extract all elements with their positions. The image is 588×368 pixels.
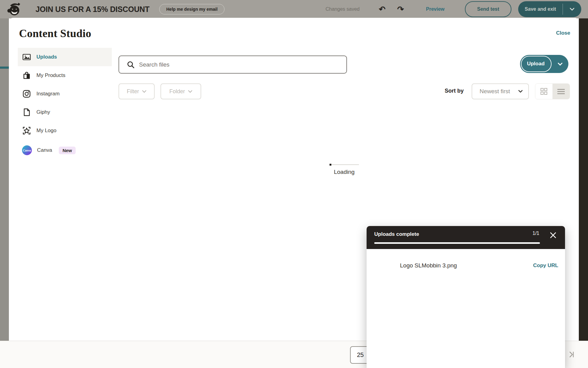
preview-button[interactable]: Preview	[426, 0, 444, 18]
editor-canvas-strip	[0, 18, 9, 341]
uploaded-file-name: Logo SLMobbin 3.png	[400, 262, 457, 269]
folder-dropdown[interactable]: Folder	[160, 83, 201, 99]
chevron-down-icon[interactable]	[552, 55, 568, 73]
sidebar-item-giphy[interactable]: Giphy	[18, 103, 112, 121]
canva-logo-icon: Canva	[22, 145, 32, 155]
undo-icon[interactable]: ↶	[377, 4, 387, 15]
copy-url-link[interactable]: Copy URL	[533, 263, 558, 269]
loading-progress-value	[330, 164, 331, 166]
sort-by-label: Sort by	[445, 88, 464, 94]
last-page-icon[interactable]	[565, 348, 578, 361]
chevron-down-icon	[142, 90, 146, 93]
close-modal-button[interactable]: Close	[556, 30, 570, 36]
view-toggle	[535, 83, 570, 99]
sort-order-value: Newest first	[480, 88, 510, 95]
upload-split-button: Upload	[520, 55, 568, 73]
loading-indicator: Loading	[330, 164, 359, 175]
sidebar-item-label: My Logo	[36, 128, 56, 134]
toast-progress-bar	[374, 242, 540, 244]
uploads-toast-header: Uploads complete 1/1	[367, 226, 565, 249]
uploads-toast-body: Logo SLMobbin 3.png Copy URL	[367, 249, 565, 368]
filter-dropdown[interactable]: Filter	[119, 83, 155, 99]
chevron-down-icon[interactable]	[563, 1, 581, 17]
toast-count: 1/1	[533, 231, 539, 236]
chevron-down-icon	[518, 90, 523, 93]
uploads-toast: Uploads complete 1/1 Logo SLMobbin 3.png…	[367, 226, 565, 368]
screen: JOIN US FOR A 15% DISCOUNT Help me desig…	[0, 0, 588, 368]
sidebar-item-label: Giphy	[36, 109, 50, 115]
save-and-exit-label: Save and exit	[518, 1, 563, 17]
file-icon	[22, 108, 31, 117]
search-files-box	[119, 56, 347, 74]
editor-selection-indicator	[0, 67, 9, 69]
sidebar-item-my-logo[interactable]: My Logo	[18, 121, 112, 140]
sort-order-dropdown[interactable]: Newest first	[472, 83, 529, 99]
sidebar-item-canva[interactable]: Canva Canva New	[18, 141, 112, 159]
search-input[interactable]	[139, 61, 346, 68]
save-and-exit-button[interactable]: Save and exit	[518, 1, 581, 17]
sidebar-item-uploads[interactable]: Uploads	[18, 48, 112, 66]
send-test-button[interactable]: Send test	[465, 1, 511, 17]
image-icon	[22, 52, 31, 62]
modal-title: Content Studio	[19, 27, 91, 40]
folder-dropdown-label: Folder	[169, 88, 185, 95]
sidebar-item-instagram[interactable]: Instagram	[18, 85, 112, 103]
toast-title: Uploads complete	[374, 231, 419, 237]
shopping-bag-icon	[22, 71, 31, 80]
redo-icon[interactable]: ↷	[395, 4, 406, 15]
search-icon	[127, 61, 135, 69]
sidebar-item-label: My Products	[36, 72, 65, 79]
changes-saved-status: Changes saved	[326, 0, 360, 18]
filter-dropdown-label: Filter	[127, 88, 139, 95]
help-design-button[interactable]: Help me design my email	[159, 4, 224, 14]
grid-view-icon[interactable]	[535, 84, 552, 99]
editor-topbar: JOIN US FOR A 15% DISCOUNT Help me desig…	[0, 0, 588, 18]
sidebar-item-label: Instagram	[36, 91, 60, 97]
loading-text: Loading	[330, 169, 359, 175]
content-studio-sidebar: Uploads My Products Instagram Giphy	[18, 48, 112, 159]
list-view-icon[interactable]	[552, 84, 570, 99]
sidebar-item-my-products[interactable]: My Products	[18, 66, 112, 85]
editor-dark-panel-strip	[579, 18, 588, 341]
logo-star-icon	[22, 126, 31, 135]
uploaded-file-row: Logo SLMobbin 3.png Copy URL	[367, 249, 565, 277]
upload-button[interactable]: Upload	[520, 55, 552, 73]
new-badge: New	[59, 147, 76, 154]
instagram-icon	[22, 89, 31, 98]
loading-progress-track	[330, 164, 359, 165]
campaign-title: JOIN US FOR A 15% DISCOUNT	[36, 0, 149, 18]
close-icon[interactable]	[548, 230, 558, 240]
sidebar-item-label: Canva	[37, 147, 52, 153]
chevron-down-icon	[188, 90, 192, 93]
sidebar-item-label: Uploads	[36, 54, 57, 60]
mailchimp-logo-icon[interactable]	[6, 2, 21, 17]
